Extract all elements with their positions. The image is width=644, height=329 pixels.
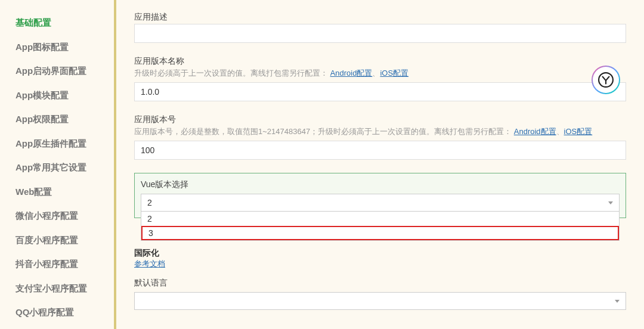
app-desc-label: 应用描述 <box>134 12 626 23</box>
version-name-input[interactable] <box>134 82 626 101</box>
field-version-code: 应用版本号 应用版本号，必须是整数，取值范围1~2147483647；升级时必须… <box>134 114 626 160</box>
sidebar-item-app-other[interactable]: App常用其它设置 <box>0 156 114 180</box>
sidebar-item-basic[interactable]: 基础配置 <box>0 11 114 35</box>
ios-config-link[interactable]: iOS配置 <box>380 69 408 77</box>
android-config-link[interactable]: Android配置 <box>330 69 373 77</box>
sidebar-item-app-module[interactable]: App模块配置 <box>0 83 114 108</box>
i18n-section: 国际化 参考文档 默认语言 <box>134 248 626 310</box>
vue-select-display[interactable]: 2 <box>141 194 620 212</box>
version-code-label: 应用版本号 <box>134 114 626 125</box>
chevron-down-icon <box>608 201 613 204</box>
sidebar-item-app-icon[interactable]: App图标配置 <box>0 35 114 60</box>
main-content: 应用描述 应用版本名称 升级时必须高于上一次设置的值。离线打包需另行配置： An… <box>116 0 644 329</box>
vue-version-select[interactable]: 2 2 3 <box>141 194 620 212</box>
link-separator: 、 <box>372 69 380 77</box>
app-desc-input[interactable] <box>134 24 626 43</box>
version-name-hint: 升级时必须高于上一次设置的值。离线打包需另行配置： Android配置、iOS配… <box>134 68 626 79</box>
vue-option-3[interactable]: 3 <box>141 226 619 240</box>
i18n-label: 国际化 <box>134 248 626 259</box>
sidebar-item-app-splash[interactable]: App启动界面配置 <box>0 59 114 83</box>
field-version-name: 应用版本名称 升级时必须高于上一次设置的值。离线打包需另行配置： Android… <box>134 56 626 101</box>
vue-selected-value: 2 <box>147 198 152 207</box>
version-code-hint-text: 应用版本号，必须是整数，取值范围1~2147483647；升级时必须高于上一次设… <box>134 127 512 136</box>
version-code-hint: 应用版本号，必须是整数，取值范围1~2147483647；升级时必须高于上一次设… <box>134 126 626 137</box>
sidebar-item-wechat-mp[interactable]: 微信小程序配置 <box>0 204 114 228</box>
link-separator-2: 、 <box>556 127 564 136</box>
default-lang-field: 默认语言 <box>134 278 626 310</box>
field-app-desc: 应用描述 <box>134 12 626 43</box>
sidebar-item-app-native-plugin[interactable]: App原生插件配置 <box>0 132 114 156</box>
sidebar: 基础配置 App图标配置 App启动界面配置 App模块配置 App权限配置 A… <box>0 0 116 329</box>
default-lang-label: 默认语言 <box>134 278 626 288</box>
chevron-down-icon-2 <box>615 300 620 303</box>
version-code-input[interactable] <box>134 141 626 160</box>
version-name-label: 应用版本名称 <box>134 56 626 67</box>
vue-version-label: Vue版本选择 <box>141 179 620 190</box>
i18n-doc-link[interactable]: 参考文档 <box>134 259 165 268</box>
vue-version-section: Vue版本选择 2 2 3 <box>134 173 626 218</box>
vue-dropdown: 2 3 <box>141 212 620 241</box>
logo-y-icon <box>598 72 614 88</box>
sidebar-item-web[interactable]: Web配置 <box>0 180 114 204</box>
brand-logo <box>592 66 620 94</box>
sidebar-item-qq-mp[interactable]: QQ小程序配置 <box>0 300 114 325</box>
sidebar-item-alipay-mp[interactable]: 支付宝小程序配置 <box>0 277 114 301</box>
sidebar-item-douyin-mp[interactable]: 抖音小程序配置 <box>0 252 114 277</box>
version-name-hint-text: 升级时必须高于上一次设置的值。离线打包需另行配置： <box>134 69 328 77</box>
sidebar-item-app-permission[interactable]: App权限配置 <box>0 107 114 132</box>
vue-option-2[interactable]: 2 <box>141 212 619 226</box>
default-lang-select[interactable] <box>134 292 626 310</box>
android-config-link-2[interactable]: Android配置 <box>514 127 556 136</box>
ios-config-link-2[interactable]: iOS配置 <box>564 127 593 136</box>
sidebar-item-baidu-mp[interactable]: 百度小程序配置 <box>0 228 114 253</box>
default-lang-display[interactable] <box>134 292 626 310</box>
